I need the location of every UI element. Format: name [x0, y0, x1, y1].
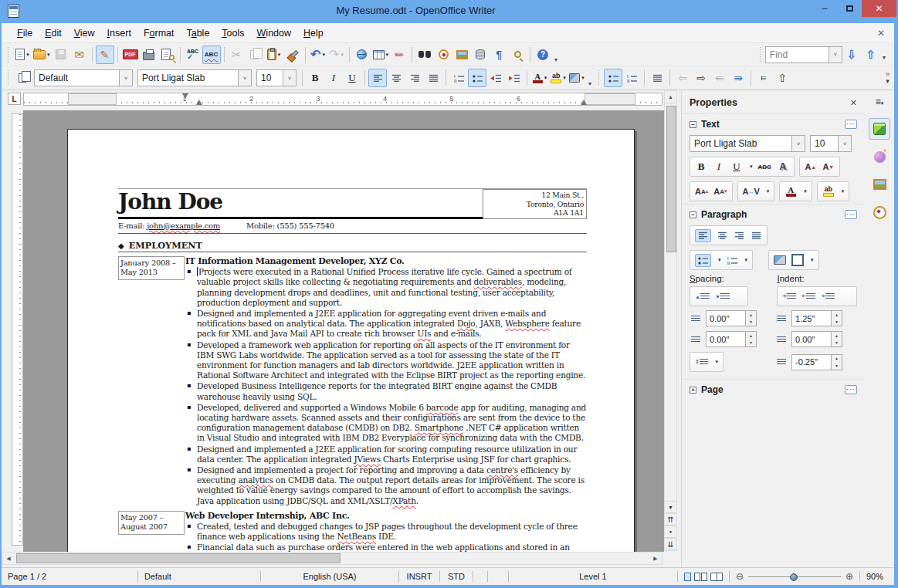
horizontal-scrollbar-thumb[interactable] — [16, 553, 341, 563]
paragraph-section-header[interactable]: − Paragraph ··· — [682, 204, 865, 223]
next-page-button[interactable]: ⇊ — [665, 538, 676, 550]
no-list-button[interactable] — [648, 69, 666, 87]
multi-page-view-button[interactable] — [694, 573, 707, 581]
close-button[interactable]: ✕ — [862, 0, 896, 17]
spin-down-icon[interactable]: ▼ — [832, 362, 842, 370]
underline-button[interactable]: U — [343, 69, 361, 87]
increase-paragraph-spacing-button[interactable]: ▲ — [695, 293, 710, 299]
left-indent-marker[interactable] — [196, 100, 202, 105]
chevron-down-icon[interactable]: ▾ — [386, 52, 389, 58]
chevron-down-icon[interactable]: ▾ — [745, 257, 748, 263]
spin-up-icon[interactable]: ▲ — [746, 332, 756, 340]
edit-mode-button[interactable]: ✎ — [96, 46, 114, 64]
job-title[interactable]: Web Developer Internship, ABC Inc. — [185, 511, 587, 521]
chevron-down-icon[interactable]: ▾ — [767, 188, 770, 194]
chevron-down-icon[interactable]: ▾ — [47, 52, 50, 58]
find-dropdown-icon[interactable]: ˅ — [829, 47, 842, 63]
cut-button[interactable]: ✂ — [228, 46, 246, 64]
navigate-by-button[interactable]: ● — [665, 525, 676, 538]
collapse-icon[interactable]: − — [690, 211, 696, 218]
align-left-button[interactable] — [695, 229, 711, 242]
spin-up-icon[interactable]: ▲ — [832, 332, 842, 340]
decrease-paragraph-spacing-button[interactable]: ▼ — [715, 293, 730, 299]
minimize-button[interactable]: – — [812, 0, 837, 17]
hyperlink-button[interactable] — [353, 46, 371, 64]
vertical-ruler[interactable] — [12, 113, 23, 546]
toolbar-overflow-button[interactable]: ▾ — [883, 54, 886, 63]
numbering-on-off-button[interactable]: III — [449, 69, 468, 87]
decrease-spacing-button[interactable]: A▼ — [822, 162, 835, 171]
chevron-down-icon[interactable]: ▾ — [341, 52, 344, 58]
bullets-on-off-button[interactable] — [468, 69, 486, 87]
paragraph-options-icon[interactable]: ··· — [845, 210, 857, 219]
switch-indent-button[interactable]: ➜ — [821, 293, 835, 299]
character-spacing-button[interactable]: A↔V — [743, 187, 760, 196]
increase-font-button[interactable]: AA▴ — [695, 187, 708, 196]
book-view-button[interactable] — [710, 573, 723, 581]
previous-page-button[interactable]: ⇈ — [665, 513, 676, 525]
paste-button[interactable]: ▾ — [265, 46, 283, 64]
chevron-down-icon[interactable]: ˅ — [791, 136, 805, 151]
spin-down-icon[interactable]: ▼ — [832, 340, 842, 347]
strikethrough-button[interactable]: ABC — [758, 164, 771, 171]
insert-unnumbered-entry-button[interactable]: I≡ — [754, 69, 773, 87]
menu-edit[interactable]: Edit — [39, 25, 68, 42]
spin-down-icon[interactable]: ▼ — [832, 319, 842, 326]
paragraph-style-select[interactable]: Default ˅ — [34, 69, 133, 86]
right-indent-marker[interactable] — [581, 100, 587, 105]
menu-table[interactable]: Table — [180, 25, 215, 42]
job-date-range[interactable]: January 2008 –May 2013 — [118, 256, 185, 280]
chevron-down-icon[interactable]: ▾ — [715, 359, 718, 365]
job-bullet[interactable]: Designed and implemented a project for r… — [185, 465, 587, 506]
collapse-icon[interactable]: − — [690, 121, 696, 128]
resume-name[interactable]: John Doe — [118, 189, 483, 219]
before-text-indent-input[interactable]: 1.25" ▲▼ — [791, 310, 842, 326]
increase-indent-button[interactable]: ➜ — [782, 293, 796, 299]
export-pdf-button[interactable]: PDF — [121, 46, 140, 64]
font-color-button[interactable]: A▾ — [530, 69, 549, 87]
tab-gallery[interactable] — [869, 174, 890, 195]
demote-level-button[interactable]: ⇨ — [692, 69, 710, 87]
tab-navigator[interactable] — [869, 201, 890, 223]
above-paragraph-spacing-input[interactable]: 0.00" ▲▼ — [706, 310, 757, 326]
font-size-select[interactable]: 10 ˅ — [256, 69, 297, 86]
statusbar-insert-mode[interactable]: INSRT — [399, 568, 439, 585]
email-link[interactable]: john@example.com — [147, 221, 220, 230]
vertical-scrollbar-thumb[interactable] — [666, 106, 676, 252]
paragraph-background-button[interactable] — [774, 255, 786, 265]
background-color-button[interactable]: ▾ — [568, 69, 586, 87]
statusbar-signature[interactable] — [488, 568, 508, 585]
expand-icon[interactable]: + — [690, 387, 696, 394]
numbered-list-button[interactable]: III — [727, 255, 738, 265]
chevron-down-icon[interactable]: ▾ — [750, 164, 753, 170]
menu-format[interactable]: Format — [137, 25, 181, 42]
find-and-replace-button[interactable] — [415, 46, 434, 64]
app-icon[interactable] — [8, 5, 19, 18]
gallery-button[interactable] — [452, 46, 471, 64]
data-sources-button[interactable] — [471, 46, 490, 64]
print-button[interactable] — [140, 46, 158, 64]
statusbar-page-style[interactable]: Default — [138, 568, 260, 585]
chevron-down-icon[interactable]: ▾ — [842, 188, 845, 194]
resume-address[interactable]: 12 Main St.,Toronto, OntarioA1A 1A1 — [483, 189, 587, 219]
chevron-down-icon[interactable]: ▾ — [278, 52, 281, 58]
italic-button[interactable]: I — [324, 69, 343, 87]
zoom-out-icon[interactable]: ⊖ — [736, 571, 744, 582]
horizontal-ruler[interactable]: 123456 — [23, 93, 662, 106]
bullet-list-button[interactable] — [604, 69, 622, 87]
page-section-header[interactable]: + Page ··· — [682, 379, 865, 398]
below-paragraph-spacing-input[interactable]: 0.00" ▲▼ — [706, 331, 757, 347]
after-text-indent-input[interactable]: 0.00" ▲▼ — [791, 331, 842, 347]
font-color-button[interactable]: A — [784, 186, 797, 197]
menu-window[interactable]: Window — [251, 25, 297, 42]
sidebar-menu-button[interactable]: ≡▾ — [876, 96, 884, 107]
find-previous-button[interactable]: ⇧ — [866, 48, 876, 62]
bold-button[interactable]: B — [306, 69, 324, 87]
align-center-button[interactable] — [717, 231, 728, 241]
toolbar-grip[interactable] — [757, 47, 763, 63]
spellcheck-button[interactable]: ABC — [184, 46, 202, 64]
job-bullet[interactable]: Designed and implemented a J2EE applicat… — [185, 309, 587, 340]
new-document-button[interactable]: ▾ — [13, 46, 32, 64]
help-button[interactable] — [534, 46, 552, 64]
panel-close-icon[interactable]: ✕ — [850, 98, 857, 108]
